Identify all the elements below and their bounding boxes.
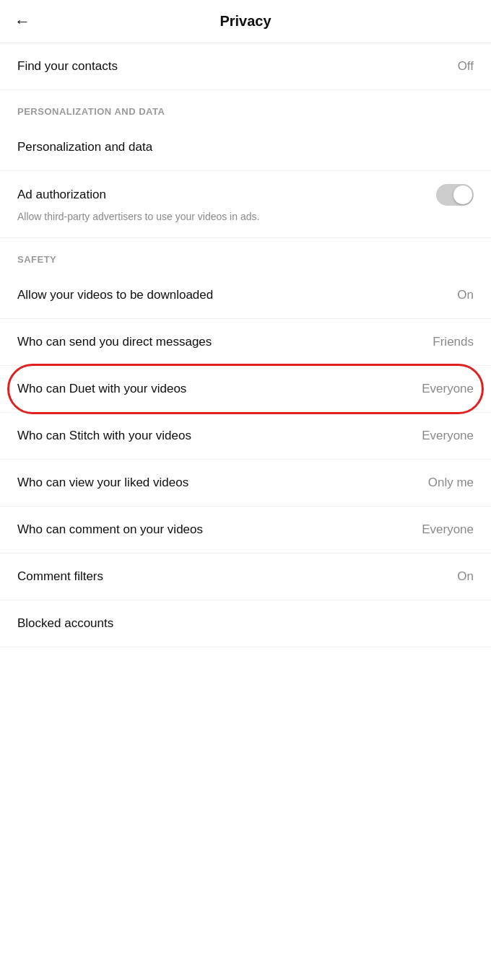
allow-downloads-row[interactable]: Allow your videos to be downloaded On: [0, 272, 491, 319]
comment-row[interactable]: Who can comment on your videos Everyone: [0, 507, 491, 554]
direct-messages-label: Who can send you direct messages: [17, 335, 212, 349]
safety-section-header: SAFETY: [0, 238, 491, 272]
liked-videos-row[interactable]: Who can view your liked videos Only me: [0, 460, 491, 507]
comment-filters-label: Comment filters: [17, 569, 103, 584]
liked-videos-label: Who can view your liked videos: [17, 476, 188, 490]
comment-label: Who can comment on your videos: [17, 522, 203, 537]
blocked-accounts-row[interactable]: Blocked accounts: [0, 600, 491, 647]
comment-filters-value: On: [457, 569, 474, 584]
ad-authorization-desc: Allow third-party advertisers to use you…: [17, 210, 474, 224]
direct-messages-row[interactable]: Who can send you direct messages Friends: [0, 319, 491, 366]
toggle-knob: [453, 185, 472, 204]
find-contacts-label: Find your contacts: [17, 59, 118, 74]
personalization-section-header: PERSONALIZATION AND DATA: [0, 90, 491, 124]
back-button[interactable]: ←: [14, 12, 30, 31]
header: ← Privacy: [0, 0, 491, 43]
comment-value: Everyone: [422, 522, 474, 537]
ad-authorization-toggle[interactable]: [436, 184, 474, 206]
duet-row[interactable]: Who can Duet with your videos Everyone: [0, 366, 491, 413]
personalization-label: Personalization and data: [17, 140, 152, 154]
duet-label: Who can Duet with your videos: [17, 382, 186, 396]
ad-authorization-label: Ad authorization: [17, 188, 106, 202]
allow-downloads-label: Allow your videos to be downloaded: [17, 288, 213, 302]
stitch-value: Everyone: [422, 429, 474, 443]
stitch-row[interactable]: Who can Stitch with your videos Everyone: [0, 413, 491, 460]
stitch-label: Who can Stitch with your videos: [17, 429, 191, 443]
ad-authorization-row[interactable]: Ad authorization Allow third-party adver…: [0, 171, 491, 238]
allow-downloads-value: On: [457, 288, 474, 302]
find-contacts-row[interactable]: Find your contacts Off: [0, 43, 491, 90]
ad-authorization-top: Ad authorization: [17, 184, 474, 206]
blocked-accounts-label: Blocked accounts: [17, 616, 113, 631]
duet-value: Everyone: [422, 382, 474, 396]
direct-messages-value: Friends: [433, 335, 474, 349]
personalization-row[interactable]: Personalization and data: [0, 124, 491, 171]
liked-videos-value: Only me: [428, 476, 474, 490]
page-title: Privacy: [220, 13, 271, 30]
comment-filters-row[interactable]: Comment filters On: [0, 554, 491, 600]
find-contacts-value: Off: [458, 59, 474, 74]
